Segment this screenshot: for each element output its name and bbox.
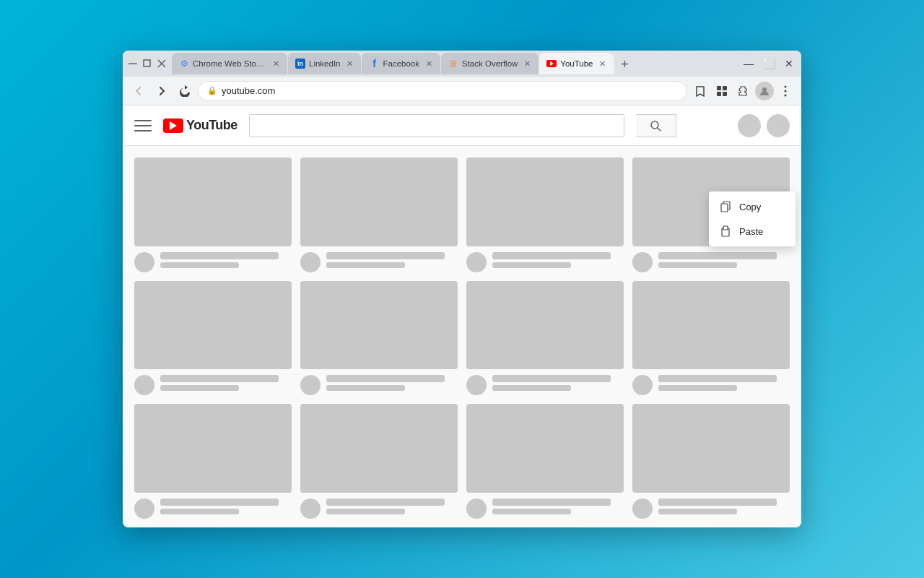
video-info-9: [134, 499, 292, 519]
youtube-search-input[interactable]: [249, 114, 624, 137]
video-thumb-5: [134, 281, 292, 370]
reload-button[interactable]: [175, 81, 195, 101]
window-controls: [128, 59, 166, 68]
tab-youtube[interactable]: YouTube ✕: [539, 53, 614, 74]
video-thumb-6: [300, 281, 458, 370]
video-title-10: [326, 499, 445, 506]
video-meta-8: [658, 375, 790, 391]
channel-avatar-4: [632, 252, 653, 272]
tab-facebook-close[interactable]: ✕: [423, 58, 435, 69]
video-card-7[interactable]: [466, 281, 624, 396]
facebook-favicon: f: [369, 59, 379, 69]
video-sub-4: [658, 262, 737, 268]
tab-facebook-label: Facebook: [383, 59, 419, 68]
youtube-right-icons: [738, 114, 790, 137]
video-card-2[interactable]: [300, 158, 458, 272]
profile-button[interactable]: [755, 82, 774, 100]
video-sub-1: [160, 262, 239, 268]
video-card-3[interactable]: [466, 158, 624, 272]
new-tab-button[interactable]: +: [615, 54, 635, 74]
restore-win-button[interactable]: ⬜: [759, 54, 778, 73]
tab-youtube-label: YouTube: [560, 59, 593, 68]
video-info-10: [300, 499, 458, 519]
tab-chrome-web-store-close[interactable]: ✕: [270, 58, 282, 69]
context-menu-copy[interactable]: Copy: [709, 194, 796, 219]
channel-avatar-2: [300, 252, 321, 272]
video-sub-10: [326, 509, 405, 514]
address-bar[interactable]: 🔒 youtube.com: [198, 81, 687, 101]
tab-linkedin[interactable]: in LinkedIn ✕: [288, 53, 361, 74]
tab-stackoverflow[interactable]: ⊞ Stack Overflow ✕: [441, 53, 539, 74]
tab-facebook[interactable]: f Facebook ✕: [362, 53, 440, 74]
context-menu-paste[interactable]: Paste: [709, 219, 796, 243]
video-meta-7: [492, 375, 624, 391]
video-thumb-3: [466, 158, 624, 246]
video-title-7: [492, 375, 611, 382]
video-thumb-11: [466, 404, 624, 493]
video-card-1[interactable]: [134, 158, 292, 272]
video-info-6: [300, 375, 458, 395]
bookmark-button[interactable]: [690, 81, 710, 101]
video-meta-11: [492, 499, 624, 514]
hamburger-menu[interactable]: [134, 120, 152, 131]
video-card-10[interactable]: [300, 404, 458, 519]
video-title-9: [160, 499, 279, 506]
browser-window: ⚙ Chrome Web Store - Exte... ✕ in Linked…: [123, 51, 801, 527]
video-meta-6: [326, 375, 458, 391]
youtube-logo[interactable]: YouTube: [163, 118, 237, 133]
minimize-button[interactable]: [128, 59, 137, 68]
youtube-search-button[interactable]: [636, 114, 676, 137]
video-info-4: [632, 252, 790, 272]
close-button[interactable]: [157, 59, 166, 68]
video-meta-3: [492, 252, 624, 268]
minimize-win-button[interactable]: —: [739, 54, 758, 73]
video-sub-6: [326, 385, 405, 391]
address-text: youtube.com: [222, 85, 678, 96]
video-meta-4: [658, 252, 790, 268]
video-title-2: [326, 252, 445, 259]
video-card-9[interactable]: [134, 404, 292, 519]
channel-avatar-9: [134, 499, 154, 519]
tab-youtube-close[interactable]: ✕: [597, 58, 609, 69]
tab-chrome-web-store[interactable]: ⚙ Chrome Web Store - Exte... ✕: [172, 53, 287, 74]
video-meta-5: [160, 375, 292, 391]
back-button[interactable]: [128, 81, 149, 101]
tab-linkedin-close[interactable]: ✕: [344, 58, 355, 69]
video-grid: [123, 146, 801, 527]
video-card-5[interactable]: [134, 281, 292, 396]
hamburger-line-2: [134, 125, 152, 126]
video-thumb-2: [300, 158, 458, 246]
extensions-button[interactable]: [712, 81, 732, 101]
video-info-2: [300, 252, 458, 272]
channel-avatar-7: [466, 375, 487, 395]
title-bar: ⚙ Chrome Web Store - Exte... ✕ in Linked…: [123, 51, 801, 77]
tab-stackoverflow-close[interactable]: ✕: [521, 58, 533, 69]
svg-rect-0: [128, 64, 137, 65]
video-card-8[interactable]: [632, 281, 790, 396]
tab-linkedin-label: LinkedIn: [309, 59, 340, 68]
video-sub-8: [658, 385, 737, 391]
restore-button[interactable]: [143, 59, 152, 68]
video-sub-9: [160, 509, 239, 514]
tab-stackoverflow-label: Stack Overflow: [462, 59, 518, 68]
video-card-11[interactable]: [466, 404, 624, 519]
channel-avatar-1: [134, 252, 154, 272]
video-card-6[interactable]: [300, 281, 458, 396]
video-card-12[interactable]: [632, 404, 790, 519]
video-thumb-1: [134, 158, 292, 246]
video-info-3: [466, 252, 624, 272]
more-menu-button[interactable]: [775, 81, 796, 101]
context-menu-copy-label: Copy: [739, 202, 761, 212]
video-sub-2: [326, 262, 405, 268]
svg-rect-15: [721, 204, 728, 212]
channel-avatar-12: [632, 499, 653, 519]
toolbar-right: [690, 81, 796, 101]
video-sub-12: [658, 509, 737, 514]
forward-button[interactable]: [152, 81, 172, 101]
puzzle-button[interactable]: [733, 81, 754, 101]
svg-rect-17: [723, 226, 728, 230]
svg-rect-4: [717, 86, 721, 90]
close-win-button[interactable]: ✕: [780, 54, 798, 73]
youtube-avatar-1: [738, 114, 761, 137]
title-bar-right-buttons: — ⬜ ✕: [739, 54, 798, 73]
